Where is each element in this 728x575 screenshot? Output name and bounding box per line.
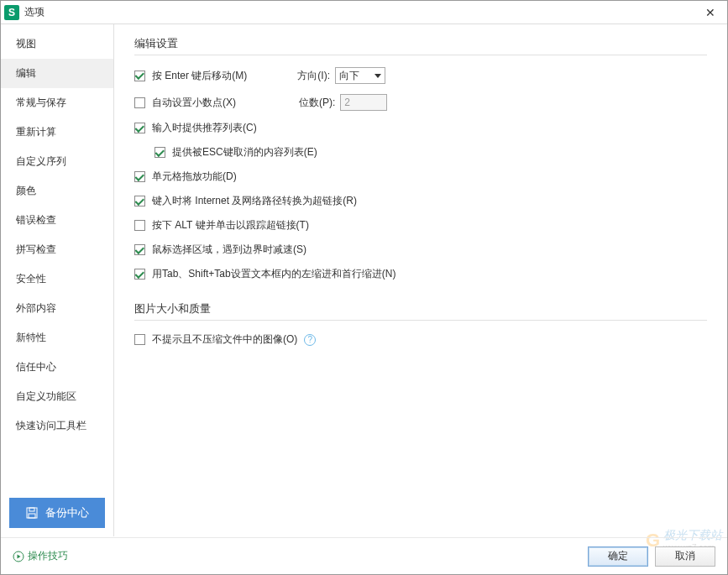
close-button[interactable]: ✕ bbox=[697, 1, 724, 24]
window-title: 选项 bbox=[24, 5, 697, 19]
checkbox-no-compress[interactable] bbox=[134, 334, 145, 345]
label-esc-list: 提供被ESC键取消的内容列表(E) bbox=[172, 145, 317, 159]
checkbox-hyperlink[interactable] bbox=[134, 196, 145, 206]
sidebar-item-custom-list[interactable]: 自定义序列 bbox=[1, 147, 113, 176]
sidebar-item-trust[interactable]: 信任中心 bbox=[1, 353, 113, 382]
titlebar: S 选项 ✕ bbox=[1, 1, 727, 24]
tips-link[interactable]: 操作技巧 bbox=[13, 549, 68, 563]
sidebar-item-spelling[interactable]: 拼写检查 bbox=[1, 235, 113, 264]
svg-rect-1 bbox=[29, 508, 34, 511]
sidebar-item-external[interactable]: 外部内容 bbox=[1, 294, 113, 323]
footer: 操作技巧 确定 取消 bbox=[1, 537, 727, 574]
section-image-quality: 图片大小和质量 bbox=[134, 301, 707, 321]
label-mouse-slow: 鼠标选择区域，遇到边界时减速(S) bbox=[152, 243, 306, 257]
help-icon[interactable]: ? bbox=[304, 334, 316, 346]
section-edit-settings: 编辑设置 bbox=[134, 36, 707, 55]
backup-center-button[interactable]: 备份中心 bbox=[9, 498, 105, 528]
checkbox-alt-click[interactable] bbox=[134, 220, 145, 231]
label-places: 位数(P): bbox=[299, 96, 335, 110]
checkbox-enter-move[interactable] bbox=[134, 71, 145, 81]
label-tab-indent: 用Tab、Shift+Tab设置文本框内的左缩进和首行缩进(N) bbox=[152, 267, 395, 281]
checkbox-recommend-list[interactable] bbox=[134, 123, 145, 133]
label-recommend-list: 输入时提供推荐列表(C) bbox=[152, 121, 257, 135]
chevron-down-icon bbox=[374, 74, 381, 78]
label-drag-drop: 单元格拖放功能(D) bbox=[152, 170, 237, 184]
label-alt-click: 按下 ALT 键并单击以跟踪超链接(T) bbox=[152, 218, 309, 233]
backup-label: 备份中心 bbox=[45, 505, 89, 520]
label-auto-decimal: 自动设置小数点(X) bbox=[152, 96, 236, 110]
select-direction-value: 向下 bbox=[339, 69, 359, 83]
checkbox-auto-decimal[interactable] bbox=[134, 97, 145, 108]
sidebar: 视图 编辑 常规与保存 重新计算 自定义序列 颜色 错误检查 拼写检查 安全性 … bbox=[1, 24, 114, 536]
cancel-button[interactable]: 取消 bbox=[655, 546, 715, 567]
ok-button[interactable]: 确定 bbox=[588, 546, 648, 567]
label-no-compress: 不提示且不压缩文件中的图像(O) bbox=[152, 332, 297, 347]
sidebar-item-color[interactable]: 颜色 bbox=[1, 176, 113, 206]
sidebar-item-view[interactable]: 视图 bbox=[1, 29, 113, 59]
input-places[interactable] bbox=[340, 94, 387, 111]
tips-label: 操作技巧 bbox=[28, 549, 68, 563]
label-enter-move: 按 Enter 键后移动(M) bbox=[152, 69, 247, 83]
play-icon bbox=[13, 551, 24, 562]
backup-icon bbox=[25, 506, 39, 520]
svg-rect-2 bbox=[29, 514, 35, 518]
sidebar-item-general-save[interactable]: 常规与保存 bbox=[1, 88, 113, 118]
sidebar-item-security[interactable]: 安全性 bbox=[1, 264, 113, 294]
main-area: 视图 编辑 常规与保存 重新计算 自定义序列 颜色 错误检查 拼写检查 安全性 … bbox=[1, 24, 727, 536]
label-hyperlink: 键入时将 Internet 及网络路径转换为超链接(R) bbox=[152, 194, 357, 208]
checkbox-drag-drop[interactable] bbox=[134, 171, 145, 182]
select-direction[interactable]: 向下 bbox=[335, 67, 385, 84]
sidebar-item-ribbon[interactable]: 自定义功能区 bbox=[1, 382, 113, 411]
sidebar-item-qat[interactable]: 快速访问工具栏 bbox=[1, 411, 113, 441]
app-icon: S bbox=[4, 5, 19, 20]
checkbox-tab-indent[interactable] bbox=[134, 269, 145, 280]
label-direction: 方向(I): bbox=[297, 69, 330, 83]
checkbox-mouse-slow[interactable] bbox=[134, 244, 145, 255]
checkbox-esc-list[interactable] bbox=[155, 147, 165, 158]
sidebar-item-features[interactable]: 新特性 bbox=[1, 323, 113, 353]
sidebar-item-recalculate[interactable]: 重新计算 bbox=[1, 118, 113, 147]
sidebar-item-error-check[interactable]: 错误检查 bbox=[1, 206, 113, 235]
content-panel: 编辑设置 按 Enter 键后移动(M) 方向(I): 向下 自动设置小数点(X… bbox=[114, 24, 727, 536]
sidebar-item-edit[interactable]: 编辑 bbox=[1, 59, 113, 88]
